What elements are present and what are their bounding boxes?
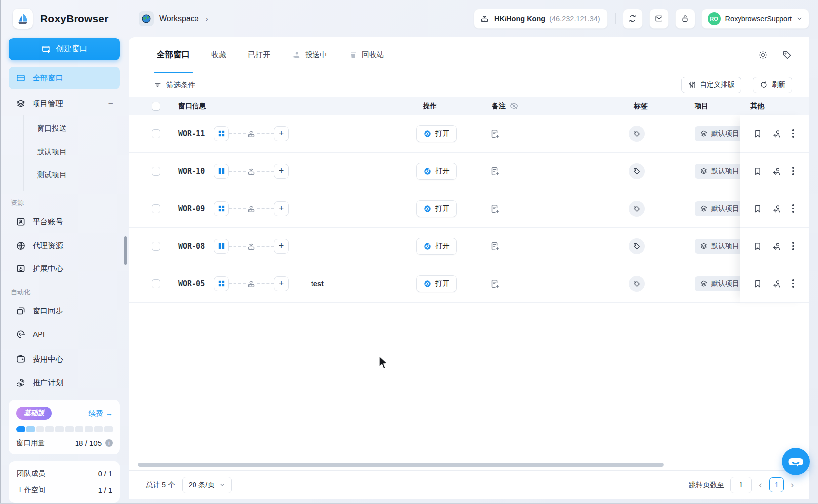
- sidebar-item-extension-center[interactable]: 扩展中心: [9, 257, 120, 280]
- globe-icon: [16, 241, 26, 251]
- filter-conditions-button[interactable]: 筛选条件: [154, 80, 195, 90]
- tab-recycle-bin[interactable]: 回收站: [349, 37, 384, 73]
- windows-os-button[interactable]: [214, 126, 229, 141]
- eye-off-icon[interactable]: [509, 101, 519, 111]
- settings-gear-icon[interactable]: [757, 49, 769, 61]
- add-note-icon[interactable]: [489, 278, 500, 289]
- lock-button[interactable]: [675, 9, 695, 29]
- info-icon[interactable]: i: [105, 439, 113, 447]
- windows-os-button[interactable]: [214, 164, 229, 179]
- row-checkbox[interactable]: [152, 242, 160, 251]
- row-checkbox[interactable]: [152, 279, 160, 288]
- open-window-button[interactable]: 打开: [416, 163, 457, 180]
- top-bar: RoxyBrowser Workspace › HK/Hong Kong (46…: [0, 0, 818, 37]
- current-page-button[interactable]: 1: [769, 477, 784, 492]
- open-window-button[interactable]: 打开: [416, 238, 457, 255]
- project-label: 默认项目: [711, 242, 739, 251]
- tag-icon: [633, 242, 641, 250]
- page-size-select[interactable]: 20 条/页: [182, 477, 232, 493]
- add-note-icon[interactable]: [489, 203, 500, 214]
- windows-os-button[interactable]: [214, 201, 229, 216]
- workspace-selector[interactable]: Workspace ›: [139, 11, 208, 26]
- share-to-member-icon[interactable]: [772, 129, 782, 139]
- sidebar-item-referral-program[interactable]: 推广计划: [9, 371, 120, 394]
- proxy-status-chip[interactable]: HK/Hong Kong (46.232.121.34): [474, 9, 607, 29]
- stat-value: 0 / 1: [98, 470, 112, 478]
- sidebar-item-all-windows[interactable]: 全部窗口: [9, 67, 120, 89]
- plan-badge: 基础版: [16, 407, 52, 420]
- share-to-member-icon[interactable]: [772, 204, 782, 214]
- tab-bar: 全部窗口 收藏 已打开 投送中 回收站: [129, 37, 809, 73]
- sidebar-item-project-mgmt[interactable]: 项目管理 −: [9, 92, 120, 115]
- add-proxy-button[interactable]: +: [274, 126, 289, 141]
- open-window-button[interactable]: 打开: [416, 125, 457, 142]
- tag-manager-icon[interactable]: [781, 49, 793, 61]
- more-actions-icon[interactable]: [791, 166, 795, 176]
- horizontal-scrollbar[interactable]: [138, 463, 664, 467]
- open-window-button[interactable]: 打开: [416, 200, 457, 217]
- share-to-member-icon[interactable]: [772, 279, 782, 289]
- sidebar-subitem-window-transfer[interactable]: 窗口投送: [24, 117, 129, 140]
- next-page-icon[interactable]: ›: [790, 479, 795, 490]
- refresh-button[interactable]: 刷新: [753, 77, 792, 93]
- col-project: 项目: [695, 97, 708, 115]
- select-all-checkbox[interactable]: [152, 102, 160, 111]
- bookmark-icon[interactable]: [753, 204, 763, 214]
- more-actions-icon[interactable]: [791, 241, 795, 251]
- tab-transferring[interactable]: 投送中: [292, 37, 327, 73]
- add-tag-button[interactable]: [629, 276, 645, 292]
- bookmark-icon[interactable]: [753, 166, 763, 176]
- tab-favorites[interactable]: 收藏: [211, 37, 226, 73]
- sidebar-item-api[interactable]: API: [9, 323, 120, 346]
- mail-button[interactable]: [649, 9, 669, 29]
- add-tag-button[interactable]: [629, 238, 645, 254]
- row-checkbox[interactable]: [152, 167, 160, 176]
- custom-layout-button[interactable]: 自定义排版: [681, 77, 741, 93]
- renew-link[interactable]: 续费 →: [89, 409, 113, 418]
- stat-team-members: 团队成员 0 / 1: [17, 465, 112, 482]
- tab-opened[interactable]: 已打开: [248, 37, 270, 73]
- sync-button[interactable]: [623, 9, 643, 29]
- prev-page-icon[interactable]: ‹: [758, 479, 763, 490]
- add-tag-button[interactable]: [629, 163, 645, 179]
- sidebar-scrollbar[interactable]: [124, 236, 127, 265]
- add-proxy-button[interactable]: +: [274, 201, 289, 216]
- more-actions-icon[interactable]: [791, 128, 795, 139]
- sidebar-item-proxy-resources[interactable]: 代理资源: [9, 234, 120, 257]
- add-note-icon[interactable]: [489, 128, 500, 139]
- sidebar-item-billing-center[interactable]: 费用中心: [9, 348, 120, 371]
- windows-os-button[interactable]: [214, 276, 229, 291]
- row-checkbox[interactable]: [152, 204, 160, 213]
- share-to-member-icon[interactable]: [772, 166, 782, 176]
- jump-to-page-input[interactable]: [730, 477, 752, 493]
- open-window-button[interactable]: 打开: [416, 275, 457, 292]
- add-proxy-button[interactable]: +: [274, 239, 289, 254]
- add-proxy-button[interactable]: +: [274, 164, 289, 179]
- sidebar-item-window-sync[interactable]: 窗口同步: [9, 300, 120, 322]
- share-to-member-icon[interactable]: [772, 241, 782, 251]
- layers-icon: [700, 205, 708, 213]
- add-tag-button[interactable]: [629, 201, 645, 217]
- account-menu[interactable]: RO RoxybrowserSupport: [701, 9, 809, 29]
- more-actions-icon[interactable]: [791, 278, 795, 289]
- plus-icon: +: [279, 204, 284, 213]
- bookmark-icon[interactable]: [753, 279, 763, 289]
- sidebar-item-platform-accounts[interactable]: 平台账号: [9, 210, 120, 233]
- add-proxy-button[interactable]: +: [274, 276, 289, 291]
- col-notes: 备注: [492, 97, 519, 115]
- create-window-button[interactable]: 创建窗口: [9, 38, 120, 60]
- row-checkbox[interactable]: [152, 129, 160, 138]
- sidebar-subitem-default-project[interactable]: 默认项目: [24, 140, 129, 163]
- add-note-icon[interactable]: [489, 241, 500, 252]
- windows-os-button[interactable]: [214, 239, 229, 254]
- sidebar-subitem-test-project[interactable]: 测试项目: [24, 163, 129, 187]
- add-note-icon[interactable]: [489, 166, 500, 177]
- collapse-icon[interactable]: −: [108, 99, 113, 109]
- bookmark-icon[interactable]: [753, 241, 763, 251]
- bookmark-icon[interactable]: [753, 129, 763, 139]
- add-tag-button[interactable]: [629, 126, 645, 142]
- support-chat-button[interactable]: [782, 448, 810, 475]
- more-actions-icon[interactable]: [791, 203, 795, 214]
- tab-all-windows[interactable]: 全部窗口: [157, 37, 190, 73]
- sidebar-item-label: 平台账号: [33, 217, 63, 227]
